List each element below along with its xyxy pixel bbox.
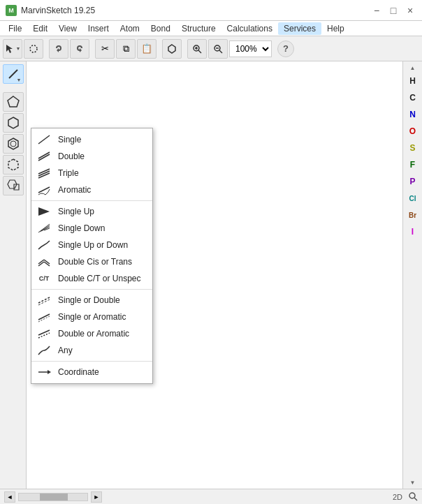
menu-insert[interactable]: Insert <box>82 22 115 35</box>
menu-services[interactable]: Services <box>278 22 321 35</box>
bond-aromatic-label: Aromatic <box>58 185 91 195</box>
menu-calculations[interactable]: Calculations <box>221 22 278 35</box>
title-bar: M MarvinSketch 19.25 − □ × <box>0 0 422 21</box>
bond-tool-button[interactable]: ▼ <box>3 64 24 84</box>
svg-marker-10 <box>8 96 19 107</box>
svg-point-0 <box>30 45 37 52</box>
zoom-icon <box>408 491 418 503</box>
bond-doublecistrans-item[interactable]: Double Cis or Trans <box>31 253 152 270</box>
bond-singleoraromatic-label: Single or Aromatic <box>58 312 126 322</box>
svg-point-40 <box>409 493 415 498</box>
bond-singleup-label: Single Up <box>58 207 94 216</box>
menu-edit[interactable]: Edit <box>27 22 53 35</box>
bond-coordinate-icon <box>37 366 51 378</box>
lasso-tool-button[interactable] <box>24 39 43 59</box>
svg-line-17 <box>38 135 50 144</box>
bond-doubleoraro-label: Double or Aromatic <box>58 329 129 339</box>
menu-file[interactable]: File <box>3 22 27 35</box>
bond-double-icon <box>37 151 51 162</box>
svg-marker-11 <box>8 117 18 128</box>
bond-doublect-item[interactable]: C/T Double C/T or Unspec <box>31 270 152 287</box>
paste-button[interactable]: 📋 <box>137 39 157 59</box>
status-bar: ◄ ► 2D <box>0 489 422 504</box>
redo-button[interactable] <box>70 39 89 59</box>
bond-coordinate-item[interactable]: Coordinate <box>31 364 152 380</box>
bond-triple-item[interactable]: Triple <box>31 165 152 181</box>
svg-line-41 <box>414 498 417 501</box>
scroll-right-button[interactable]: ► <box>91 491 102 503</box>
zoom-in-button[interactable] <box>187 39 207 59</box>
menu-structure[interactable]: Structure <box>176 22 221 35</box>
bond-doublect-label: Double C/T or Unspec <box>58 274 141 283</box>
separator-1 <box>31 200 152 201</box>
ring6-tool-button[interactable] <box>3 155 24 175</box>
bond-any-item[interactable]: Any <box>31 342 152 359</box>
zoom-select[interactable]: 100% 25% 50% 75% 150% 200% <box>229 40 272 57</box>
element-F[interactable]: F <box>404 157 422 172</box>
bond-singleoraromatic-item[interactable]: Single or Aromatic <box>31 309 152 325</box>
svg-marker-12 <box>8 138 18 149</box>
menu-view[interactable]: View <box>53 22 82 35</box>
undo-button[interactable] <box>49 39 68 59</box>
element-O[interactable]: O <box>404 124 422 139</box>
close-button[interactable]: × <box>404 4 416 17</box>
canvas-area[interactable]: Single Double Triple Aroma <box>27 61 402 489</box>
svg-line-7 <box>219 50 222 53</box>
bond-singledown-icon <box>37 223 51 234</box>
bond-singledown-item[interactable]: Single Down <box>31 220 152 237</box>
scroll-track[interactable] <box>18 493 88 501</box>
hexagon-tool-button[interactable] <box>3 113 24 133</box>
bond-any-icon <box>37 345 51 356</box>
minimize-button[interactable]: − <box>370 4 383 17</box>
element-P[interactable]: P <box>404 174 422 189</box>
cut-button[interactable]: ✂ <box>95 39 115 59</box>
svg-line-36 <box>38 330 50 335</box>
bond-doublecistrans-icon <box>37 256 51 267</box>
bond-singleup-icon <box>37 206 51 217</box>
bond-single-icon <box>37 134 51 145</box>
maximize-button[interactable]: □ <box>387 4 400 17</box>
copy-button[interactable]: ⧉ <box>116 39 136 59</box>
scroll-left-button[interactable]: ◄ <box>4 491 15 503</box>
element-S[interactable]: S <box>404 140 422 156</box>
element-C[interactable]: C <box>404 90 422 105</box>
element-Br[interactable]: Br <box>404 207 422 223</box>
fused-ring-tool-button[interactable] <box>3 176 24 195</box>
element-I[interactable]: I <box>404 224 422 239</box>
pentagon-tool-button[interactable] <box>3 92 24 112</box>
select-tool-button[interactable]: ▼ <box>3 39 22 59</box>
bond-singleoraromatic-icon <box>37 311 51 323</box>
menu-atom[interactable]: Atom <box>115 22 145 35</box>
zoom-out-button[interactable] <box>208 39 228 59</box>
right-panel: ▲ H C N O S F P Cl Br I ▼ <box>402 61 422 489</box>
bond-singledown-label: Single Down <box>58 223 105 233</box>
benzene-tool-button[interactable] <box>3 134 24 154</box>
bond-aromatic-item[interactable]: Aromatic <box>31 181 152 198</box>
app-icon: M <box>6 5 17 16</box>
dimension-label: 2D <box>393 493 402 501</box>
element-H[interactable]: H <box>404 73 422 89</box>
bond-doubleoraro-icon <box>37 328 51 339</box>
toolbar: ▼ ✂ ⧉ 📋 100% 25% 50% 75% 150% 200% ? <box>0 36 422 61</box>
separator-3 <box>31 361 152 362</box>
separator-2 <box>31 289 152 290</box>
bond-singleup-item[interactable]: Single Up <box>31 203 152 220</box>
bond-singleordouble-item[interactable]: Single or Double <box>31 292 152 309</box>
status-right: 2D <box>393 491 418 503</box>
menu-help[interactable]: Help <box>321 22 350 35</box>
element-Cl[interactable]: Cl <box>404 191 422 206</box>
right-scroll-down[interactable]: ▼ <box>405 477 421 487</box>
title-bar-left: M MarvinSketch 19.25 <box>6 5 95 16</box>
bond-doubleoraro-item[interactable]: Double or Aromatic <box>31 325 152 342</box>
element-N[interactable]: N <box>404 107 422 122</box>
bond-singleupdown-item[interactable]: Single Up or Down <box>31 237 152 253</box>
bond-double-item[interactable]: Double <box>31 148 152 165</box>
bond-single-item[interactable]: Single <box>31 131 152 148</box>
right-scroll-up[interactable]: ▲ <box>405 63 421 73</box>
ring-tool-button[interactable] <box>162 39 182 59</box>
bond-double-label: Double <box>58 151 85 161</box>
svg-line-37 <box>38 333 50 338</box>
bond-any-label: Any <box>58 346 73 355</box>
menu-bond[interactable]: Bond <box>145 22 176 35</box>
help-button[interactable]: ? <box>277 40 294 57</box>
